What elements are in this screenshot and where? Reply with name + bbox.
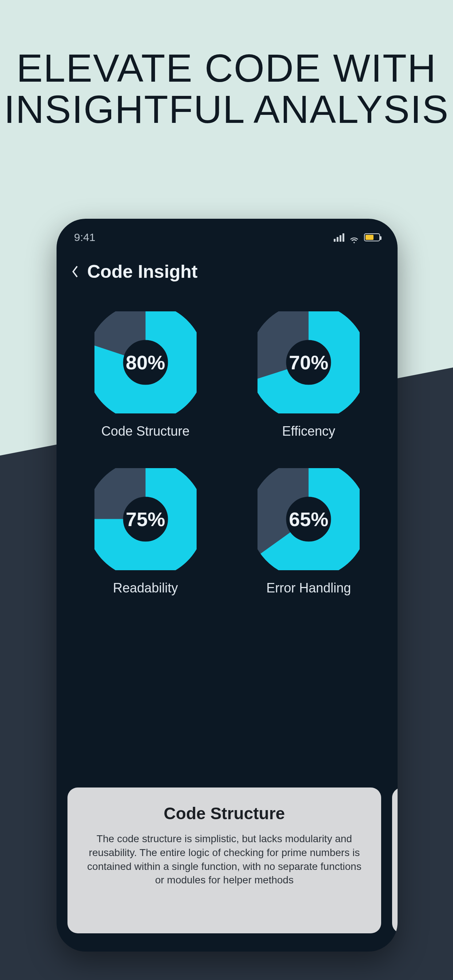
gauge-label: Efficency xyxy=(282,424,335,439)
status-right xyxy=(334,233,380,242)
app-header: Code Insight xyxy=(57,243,397,286)
cellular-signal-icon xyxy=(334,233,344,242)
gauge-ring: 70% xyxy=(257,311,360,414)
gauge-ring: 65% xyxy=(257,468,360,570)
back-button[interactable] xyxy=(71,265,79,278)
page-title: Code Insight xyxy=(87,261,198,282)
promo-canvas: ELEVATE CODE WITH INSIGHTFUL ANALYSIS 9:… xyxy=(0,0,453,980)
gauge-grid: 80% Code Structure 70% Efficency xyxy=(57,286,397,610)
wifi-icon xyxy=(349,234,359,241)
gauge-ring: 75% xyxy=(94,468,196,570)
battery-icon xyxy=(364,233,380,241)
insight-card-next-peek[interactable]: ch xyxy=(392,788,397,933)
gauge-value: 80% xyxy=(94,311,196,414)
insight-card-code-structure[interactable]: Code Structure The code structure is sim… xyxy=(67,788,381,933)
gauge-efficiency: 70% Efficency xyxy=(257,311,360,439)
gauge-label: Readability xyxy=(113,581,178,596)
promo-headline: ELEVATE CODE WITH INSIGHTFUL ANALYSIS xyxy=(0,48,453,130)
phone-frame: 9:41 Code Insight xyxy=(57,219,397,951)
card-title: Code Structure xyxy=(82,803,367,823)
gauge-label: Error Handling xyxy=(266,581,351,596)
gauge-value: 70% xyxy=(257,311,360,414)
gauge-readability: 75% Readability xyxy=(94,468,196,596)
insight-cards[interactable]: Code Structure The code structure is sim… xyxy=(67,788,397,933)
gauge-value: 75% xyxy=(94,468,196,570)
status-bar: 9:41 xyxy=(57,219,397,243)
card-body: The code structure is simplistic, but la… xyxy=(82,832,367,887)
gauge-error-handling: 65% Error Handling xyxy=(257,468,360,596)
gauge-value: 65% xyxy=(257,468,360,570)
status-time: 9:41 xyxy=(74,231,95,243)
gauge-ring: 80% xyxy=(94,311,196,414)
gauge-code-structure: 80% Code Structure xyxy=(94,311,196,439)
gauge-label: Code Structure xyxy=(101,424,190,439)
